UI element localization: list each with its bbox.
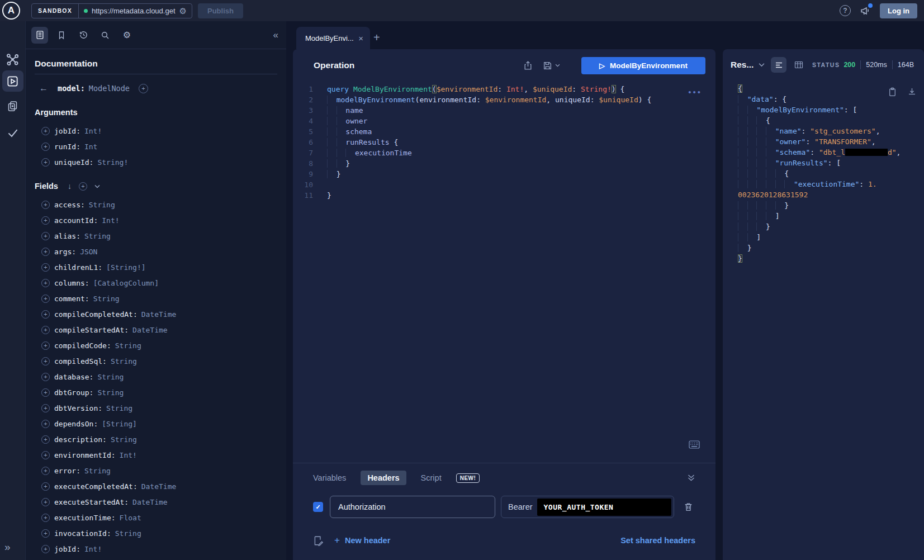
field-type[interactable]: DateTime — [141, 482, 177, 491]
field-name[interactable]: dbtGroup: — [54, 388, 93, 397]
add-field-to-query-icon[interactable]: + — [41, 467, 50, 475]
share-icon[interactable] — [523, 60, 533, 70]
operation-tab[interactable]: ModelByEnvi... × — [296, 27, 370, 49]
field-type[interactable]: String — [111, 435, 137, 444]
field-row[interactable]: +executeCompletedAt:DateTime — [26, 478, 286, 494]
announcements-button[interactable] — [860, 5, 871, 16]
argument-row[interactable]: +uniqueId:String! — [26, 154, 286, 170]
field-type[interactable]: [String] — [102, 420, 137, 428]
field-type[interactable]: DateTime — [132, 326, 168, 334]
chevron-down-icon[interactable] — [94, 184, 100, 188]
add-argument-to-query-icon[interactable]: + — [41, 143, 50, 151]
expand-rail-chevrons[interactable]: » — [4, 541, 11, 553]
preview-headers-icon[interactable] — [313, 535, 323, 546]
field-row[interactable]: +dbtGroup:String — [26, 385, 286, 400]
field-row[interactable]: +environmentId:Int! — [26, 447, 286, 463]
add-field-to-query-icon[interactable]: + — [41, 279, 50, 287]
new-tab-button[interactable]: + — [373, 31, 380, 44]
field-name[interactable]: invocationId: — [54, 529, 111, 538]
raw-view-toggle[interactable] — [771, 57, 786, 73]
sidebar-item-checks[interactable] — [0, 126, 25, 139]
field-row[interactable]: +args:JSON — [26, 244, 286, 259]
back-arrow-icon[interactable]: ← — [39, 83, 48, 93]
field-type[interactable]: Float — [120, 514, 141, 522]
field-row[interactable]: +compiledCode:String — [26, 338, 286, 353]
endpoint-url[interactable]: https://metadata.cloud.get — [92, 7, 176, 15]
add-field-to-query-icon[interactable]: + — [41, 232, 50, 240]
copy-response-icon[interactable] — [888, 87, 897, 97]
field-type[interactable]: Int! — [120, 451, 137, 459]
field-row[interactable]: +executionTime:Float — [26, 510, 286, 525]
field-type[interactable]: String — [93, 295, 120, 303]
field-name[interactable]: compiledCode: — [54, 341, 111, 350]
keyboard-shortcuts-icon[interactable] — [689, 440, 700, 449]
field-name[interactable]: dbtVersion: — [54, 404, 102, 412]
field-row[interactable]: +description:String — [26, 431, 286, 447]
field-type[interactable]: String — [84, 232, 111, 240]
add-field-to-query-icon[interactable]: + — [41, 326, 50, 334]
field-type[interactable]: Int! — [84, 545, 102, 553]
field-name[interactable]: environmentId: — [54, 451, 116, 459]
field-name[interactable]: accountId: — [54, 216, 98, 225]
endpoint-url-box[interactable]: https://metadata.cloud.get ⚙ — [79, 7, 192, 15]
save-group[interactable] — [543, 61, 560, 70]
delete-header-trash-icon[interactable] — [684, 502, 693, 512]
field-name[interactable]: columns: — [54, 279, 89, 287]
chevron-down-icon[interactable] — [759, 63, 765, 67]
field-row[interactable]: +dbtVersion:String — [26, 400, 286, 416]
field-type[interactable]: String — [97, 373, 124, 381]
auth-token-value[interactable]: YOUR_AUTH_TOKEN — [537, 499, 671, 516]
field-row[interactable]: +compileCompletedAt:DateTime — [26, 306, 286, 322]
field-type[interactable]: String — [106, 404, 132, 412]
field-row[interactable]: +database:String — [26, 369, 286, 385]
add-field-to-query-icon[interactable]: + — [41, 216, 50, 225]
field-row[interactable]: +comment:String — [26, 291, 286, 306]
field-type[interactable]: String — [115, 529, 141, 538]
field-row[interactable]: +compiledSql:String — [26, 353, 286, 369]
documentation-tab-button[interactable] — [31, 27, 48, 44]
field-row[interactable]: +jobId:Int! — [26, 541, 286, 557]
add-field-to-query-icon[interactable]: + — [41, 498, 50, 506]
add-field-to-query-icon[interactable]: + — [41, 310, 50, 319]
run-operation-button[interactable]: ▷ ModelByEnvironment — [581, 57, 705, 74]
add-field-to-query-icon[interactable]: + — [139, 84, 148, 93]
add-field-to-query-icon[interactable]: + — [41, 295, 50, 303]
argument-type[interactable]: Int! — [84, 127, 102, 135]
field-type[interactable]: JSON — [80, 248, 97, 256]
field-name[interactable]: alias: — [54, 232, 80, 240]
sort-fields-icon[interactable]: ↓ — [68, 182, 72, 191]
field-name[interactable]: dependsOn: — [54, 420, 98, 428]
add-all-fields-icon[interactable]: + — [79, 182, 87, 191]
field-name[interactable]: compileStartedAt: — [54, 326, 129, 334]
collapse-docs-panel-icon[interactable]: « — [273, 30, 278, 41]
add-field-to-query-icon[interactable]: + — [41, 529, 50, 538]
add-field-to-query-icon[interactable]: + — [41, 435, 50, 444]
field-name[interactable]: access: — [54, 201, 85, 209]
argument-type[interactable]: Int — [84, 143, 97, 151]
argument-row[interactable]: +runId:Int — [26, 139, 286, 154]
add-field-to-query-icon[interactable]: + — [41, 263, 50, 272]
new-header-button[interactable]: + New header — [334, 535, 390, 546]
collapse-panel-double-chevron-icon[interactable] — [687, 474, 695, 482]
add-field-to-query-icon[interactable]: + — [41, 388, 50, 397]
set-shared-headers-link[interactable]: Set shared headers — [620, 536, 695, 545]
help-icon[interactable]: ? — [840, 5, 851, 16]
add-field-to-query-icon[interactable]: + — [41, 341, 50, 350]
field-name[interactable]: executeStartedAt: — [54, 498, 129, 506]
field-name[interactable]: compileCompletedAt: — [54, 310, 138, 319]
editor-more-options-icon[interactable]: ••• — [688, 87, 702, 97]
field-name[interactable]: description: — [54, 435, 107, 444]
tab-script[interactable]: Script — [421, 473, 442, 482]
field-row[interactable]: +alias:String — [26, 228, 286, 244]
argument-row[interactable]: +jobId:Int! — [26, 123, 286, 139]
field-name[interactable]: executeCompletedAt: — [54, 482, 138, 491]
field-type[interactable]: [CatalogColumn] — [93, 279, 159, 287]
add-field-to-query-icon[interactable]: + — [41, 420, 50, 428]
add-field-to-query-icon[interactable]: + — [41, 545, 50, 553]
add-field-to-query-icon[interactable]: + — [41, 373, 50, 381]
download-response-icon[interactable] — [908, 87, 916, 96]
field-row[interactable]: +error:String — [26, 463, 286, 478]
field-row[interactable]: +accountId:Int! — [26, 212, 286, 228]
breadcrumb-type-link[interactable]: ModelNode — [89, 84, 130, 93]
header-key-input[interactable]: Authorization — [330, 496, 495, 518]
